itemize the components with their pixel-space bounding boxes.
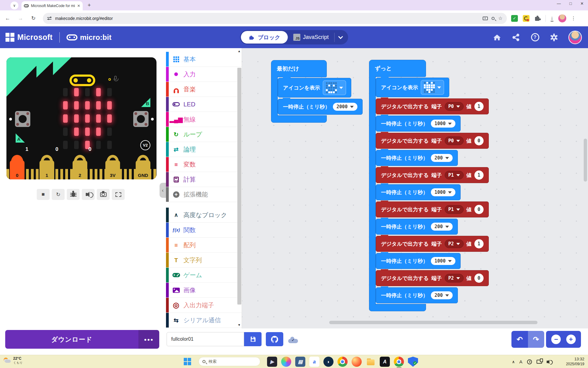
pause-block[interactable]: 一時停止（ミリ秒） 200 — [376, 287, 458, 303]
downloads-icon[interactable]: ↓ — [551, 15, 553, 21]
back-button[interactable]: ← — [2, 15, 13, 21]
pause-ms-field[interactable]: 1000 — [431, 257, 455, 265]
pin-gnd-pad[interactable]: GND — [136, 160, 150, 179]
tray-status-icon[interactable] — [527, 359, 532, 364]
taskbar-app-icon[interactable]: ▤ — [295, 357, 305, 367]
toolbox-category[interactable]: 計算 — [166, 172, 242, 187]
sim-restart-button[interactable]: ↻ — [52, 189, 65, 200]
redo-button[interactable]: ↷ — [528, 331, 545, 348]
toolbox-category[interactable]: 基本 — [166, 52, 242, 67]
icon-dropdown-field[interactable] — [421, 80, 444, 95]
taskbar-weather-widget[interactable]: 22°C くもり — [3, 356, 23, 365]
zoom-page-icon[interactable] — [492, 17, 495, 20]
taskbar-app-icon[interactable] — [352, 357, 362, 367]
download-label[interactable]: ダウンロード — [5, 330, 138, 349]
toolbox-category[interactable]: ◎ 入出力端子 — [166, 298, 242, 313]
install-app-icon[interactable] — [483, 17, 488, 20]
pause-block[interactable]: 一時停止（ミリ秒） 1000 — [376, 116, 461, 132]
zoom-out-button[interactable]: − — [551, 335, 561, 344]
microsoft-wordmark[interactable]: Microsoft — [17, 33, 53, 42]
forever-hat-block[interactable]: ずっと — [369, 60, 426, 77]
pause-block[interactable]: 一時停止（ミリ秒） 2000 — [278, 99, 363, 115]
toolbox-category[interactable]: LED — [166, 97, 242, 112]
digital-write-block[interactable]: デジタルで出力する 端子 P0 値 0 — [376, 133, 489, 149]
pin-0-pad[interactable]: 0 — [10, 160, 24, 179]
toolbox-collapse-handle[interactable]: ‹ — [160, 183, 166, 198]
toolbox-category[interactable]: ↻ ループ — [166, 127, 242, 142]
toolbox-category[interactable]: T 文字列 — [166, 253, 242, 268]
pause-ms-field[interactable]: 2000 — [333, 103, 357, 111]
tray-volume-icon[interactable] — [547, 361, 548, 363]
show-icon-block[interactable]: アイコンを表示 — [376, 78, 449, 97]
address-bar[interactable]: makecode.microbit.org/#editor ☆ — [43, 13, 507, 24]
pin-dropdown[interactable]: P0 — [445, 102, 464, 111]
github-button[interactable] — [266, 332, 283, 346]
toolbox-scroll-down-icon[interactable]: ▼ — [238, 323, 241, 327]
workspace-vertical-scrollbar[interactable] — [584, 139, 587, 182]
tab-close-icon[interactable]: ✕ — [77, 4, 80, 8]
sim-debug-button[interactable] — [67, 189, 80, 200]
home-button[interactable] — [492, 33, 502, 42]
toolbox-category[interactable]: 拡張機能 — [166, 187, 242, 202]
taskbar-app-icon[interactable]: ▶ — [267, 357, 277, 367]
download-more-button[interactable]: ●●● — [138, 330, 159, 349]
digital-write-block[interactable]: デジタルで出力する 端子 P1 値 0 — [376, 201, 489, 217]
toolbox-category[interactable]: ゲーム — [166, 268, 242, 283]
block-workspace[interactable]: 最初だけ アイコンを表示 一時 — [242, 48, 588, 328]
save-button[interactable] — [244, 332, 262, 346]
sim-screenshot-button[interactable] — [97, 189, 110, 200]
on-start-hat-block[interactable]: 最初だけ — [271, 60, 327, 77]
ime-mode-indicator[interactable]: A — [519, 359, 522, 364]
extensions-puzzle-icon[interactable] — [534, 15, 541, 21]
settings-button[interactable] — [549, 33, 559, 42]
digital-write-block[interactable]: デジタルで出力する 端子 P1 値 1 — [376, 167, 489, 183]
value-field[interactable]: 1 — [474, 171, 484, 180]
taskbar-app-icon[interactable] — [337, 357, 348, 367]
tray-display-icon[interactable] — [537, 360, 542, 364]
pin-2-pad[interactable]: 2 — [73, 160, 87, 179]
button-a[interactable] — [15, 111, 30, 127]
browser-profile-avatar[interactable] — [558, 14, 566, 22]
icon-dropdown-field[interactable] — [323, 80, 346, 95]
pause-ms-field[interactable]: 200 — [431, 291, 453, 299]
undo-button[interactable]: ↶ — [511, 331, 528, 348]
microbit-wordmark[interactable]: micro:bit — [80, 33, 111, 42]
digital-write-block[interactable]: デジタルで出力する 端子 P2 値 0 — [376, 270, 489, 286]
toolbox-scroll-up-icon[interactable]: ▲ — [238, 49, 241, 53]
toolbox-category[interactable]: ▂▄▆ 無線 — [166, 112, 242, 127]
pause-ms-field[interactable]: 1000 — [431, 120, 455, 128]
pin-dropdown[interactable]: P2 — [445, 240, 464, 248]
browser-menu-icon[interactable]: ⋮ — [571, 15, 576, 21]
pause-block[interactable]: 一時停止（ミリ秒） 1000 — [376, 184, 461, 200]
pause-block[interactable]: 一時停止（ミリ秒） 200 — [376, 219, 458, 235]
taskbar-clock[interactable]: 13:32 2025/09/19 — [566, 357, 584, 366]
pause-ms-field[interactable]: 200 — [431, 223, 453, 231]
toolbox-category[interactable]: ∧ 高度なブロック — [166, 208, 242, 223]
digital-write-block[interactable]: デジタルで出力する 端子 P0 値 1 — [376, 98, 489, 114]
sim-stop-button[interactable]: ■ — [37, 189, 50, 200]
taskbar-app-icon[interactable] — [281, 357, 291, 367]
taskbar-app-icon[interactable] — [394, 357, 404, 367]
extension-check-icon[interactable]: ✓ — [511, 15, 518, 22]
value-field[interactable]: 1 — [474, 102, 484, 111]
pin-dropdown[interactable]: P1 — [445, 205, 464, 214]
window-close-button[interactable]: ✕ — [580, 1, 584, 6]
pause-block[interactable]: 一時停止（ミリ秒） 1000 — [376, 253, 461, 269]
share-button[interactable] — [511, 33, 521, 42]
tab-javascript[interactable]: JS JavaScript — [288, 34, 334, 41]
toolbox-category[interactable]: ≡ 配列 — [166, 238, 242, 253]
extension-yellow-icon[interactable] — [523, 15, 530, 22]
url-text[interactable]: makecode.microbit.org/#editor — [55, 16, 479, 21]
pin-dropdown[interactable]: P2 — [445, 274, 464, 282]
toolbox-category[interactable]: ƒ(x) 関数 — [166, 223, 242, 238]
download-button[interactable]: ダウンロード ●●● — [5, 330, 159, 349]
pause-block[interactable]: 一時停止（ミリ秒） 200 — [376, 150, 458, 166]
sim-fullscreen-button[interactable] — [112, 189, 125, 200]
value-field[interactable]: 0 — [474, 136, 484, 145]
workspace-horizontal-scrollbar[interactable] — [329, 321, 537, 324]
value-field[interactable]: 0 — [474, 274, 484, 283]
toolbox-category[interactable]: ⇆ シリアル通信 — [166, 313, 242, 328]
value-field[interactable]: 0 — [474, 205, 484, 214]
taskbar-search-box[interactable]: 検索 — [198, 357, 260, 366]
user-avatar[interactable] — [568, 31, 582, 44]
